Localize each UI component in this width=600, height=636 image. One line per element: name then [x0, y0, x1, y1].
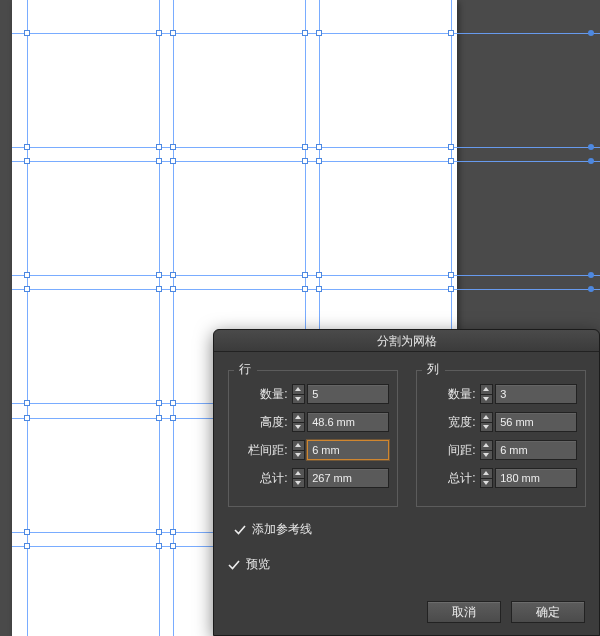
dialog-title: 分割为网格	[214, 330, 599, 352]
selection-handle[interactable]	[316, 30, 322, 36]
selection-handle[interactable]	[302, 158, 308, 164]
columns-group: 列 数量: 3 宽度:	[416, 370, 586, 507]
columns-legend: 列	[423, 361, 443, 378]
selection-handle[interactable]	[24, 543, 30, 549]
cols-gutter-input[interactable]: 6 mm	[495, 440, 577, 460]
cols-total-label: 总计:	[425, 470, 476, 487]
vertical-guide[interactable]	[27, 0, 28, 636]
selection-handle[interactable]	[156, 272, 162, 278]
stepper-down-icon[interactable]	[481, 478, 493, 488]
rows-total-label: 总计:	[237, 470, 288, 487]
stepper-up-icon[interactable]	[481, 441, 493, 450]
selection-handle[interactable]	[316, 144, 322, 150]
stepper-up-icon[interactable]	[481, 469, 493, 478]
selection-handle[interactable]	[448, 158, 454, 164]
ok-button[interactable]: 确定	[511, 601, 585, 623]
guide-endpoint-icon	[588, 286, 594, 292]
selection-handle[interactable]	[24, 272, 30, 278]
selection-handle[interactable]	[170, 415, 176, 421]
cols-gutter-label: 间距:	[425, 442, 476, 459]
stepper-down-icon[interactable]	[293, 478, 305, 488]
stepper-up-icon[interactable]	[293, 441, 305, 450]
selection-handle[interactable]	[156, 543, 162, 549]
selection-handle[interactable]	[170, 158, 176, 164]
vertical-guide[interactable]	[173, 0, 174, 636]
cols-total-input[interactable]: 180 mm	[495, 468, 577, 488]
stepper-up-icon[interactable]	[481, 413, 493, 422]
guide-endpoint-icon	[588, 158, 594, 164]
rows-total-stepper[interactable]	[292, 468, 306, 488]
selection-handle[interactable]	[302, 144, 308, 150]
selection-handle[interactable]	[156, 400, 162, 406]
stepper-down-icon[interactable]	[293, 450, 305, 460]
selection-handle[interactable]	[170, 529, 176, 535]
selection-handle[interactable]	[170, 543, 176, 549]
selection-handle[interactable]	[24, 30, 30, 36]
selection-handle[interactable]	[170, 144, 176, 150]
selection-handle[interactable]	[156, 158, 162, 164]
selection-handle[interactable]	[156, 30, 162, 36]
canvas-workspace[interactable]: 分割为网格 行 数量: 5 高度:	[0, 0, 600, 636]
selection-handle[interactable]	[448, 286, 454, 292]
stepper-down-icon[interactable]	[293, 394, 305, 404]
stepper-down-icon[interactable]	[481, 422, 493, 432]
selection-handle[interactable]	[448, 272, 454, 278]
stepper-up-icon[interactable]	[293, 469, 305, 478]
preview-label: 预览	[246, 556, 270, 573]
cols-count-stepper[interactable]	[480, 384, 494, 404]
split-into-grid-dialog: 分割为网格 行 数量: 5 高度:	[213, 329, 600, 636]
selection-handle[interactable]	[156, 529, 162, 535]
selection-handle[interactable]	[156, 415, 162, 421]
cols-width-stepper[interactable]	[480, 412, 494, 432]
selection-handle[interactable]	[316, 158, 322, 164]
guide-endpoint-icon	[588, 30, 594, 36]
rows-gutter-input[interactable]: 6 mm	[307, 440, 389, 460]
checkmark-icon	[234, 524, 246, 536]
selection-handle[interactable]	[302, 272, 308, 278]
add-guides-label: 添加参考线	[252, 521, 312, 538]
selection-handle[interactable]	[448, 30, 454, 36]
selection-handle[interactable]	[24, 400, 30, 406]
cols-count-input[interactable]: 3	[495, 384, 577, 404]
cols-total-stepper[interactable]	[480, 468, 494, 488]
rows-legend: 行	[235, 361, 255, 378]
selection-handle[interactable]	[24, 158, 30, 164]
selection-handle[interactable]	[316, 272, 322, 278]
selection-handle[interactable]	[448, 144, 454, 150]
cols-width-input[interactable]: 56 mm	[495, 412, 577, 432]
preview-checkbox[interactable]: 预览	[228, 556, 585, 573]
selection-handle[interactable]	[316, 286, 322, 292]
selection-handle[interactable]	[302, 286, 308, 292]
stepper-up-icon[interactable]	[293, 413, 305, 422]
cols-gutter-stepper[interactable]	[480, 440, 494, 460]
rows-height-input[interactable]: 48.6 mm	[307, 412, 389, 432]
selection-handle[interactable]	[156, 144, 162, 150]
rows-gutter-stepper[interactable]	[292, 440, 306, 460]
selection-handle[interactable]	[170, 272, 176, 278]
selection-handle[interactable]	[24, 144, 30, 150]
stepper-down-icon[interactable]	[481, 450, 493, 460]
selection-handle[interactable]	[170, 30, 176, 36]
stepper-down-icon[interactable]	[481, 394, 493, 404]
selection-handle[interactable]	[24, 529, 30, 535]
cancel-button[interactable]: 取消	[427, 601, 501, 623]
vertical-guide[interactable]	[159, 0, 160, 636]
rows-count-label: 数量:	[237, 386, 288, 403]
stepper-up-icon[interactable]	[481, 385, 493, 394]
rows-total-input[interactable]: 267 mm	[307, 468, 389, 488]
selection-handle[interactable]	[302, 30, 308, 36]
stepper-down-icon[interactable]	[293, 422, 305, 432]
add-guides-checkbox[interactable]: 添加参考线	[234, 521, 585, 538]
selection-handle[interactable]	[170, 286, 176, 292]
rows-height-stepper[interactable]	[292, 412, 306, 432]
selection-handle[interactable]	[156, 286, 162, 292]
selection-handle[interactable]	[24, 415, 30, 421]
cols-count-label: 数量:	[425, 386, 476, 403]
rows-count-stepper[interactable]	[292, 384, 306, 404]
stepper-up-icon[interactable]	[293, 385, 305, 394]
selection-handle[interactable]	[24, 286, 30, 292]
selection-handle[interactable]	[170, 400, 176, 406]
rows-gutter-label: 栏间距:	[237, 442, 288, 459]
rows-count-input[interactable]: 5	[307, 384, 389, 404]
cols-width-label: 宽度:	[425, 414, 476, 431]
